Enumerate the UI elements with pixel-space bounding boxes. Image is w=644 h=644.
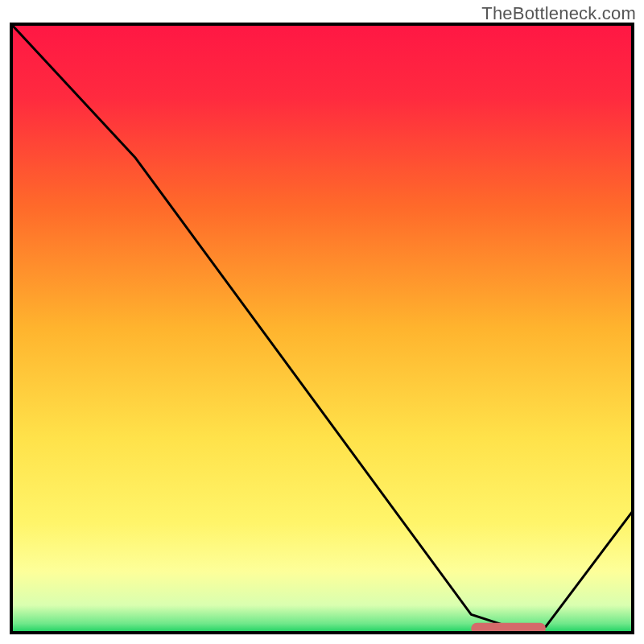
chart-plot <box>10 23 634 634</box>
chart-background <box>11 24 633 633</box>
watermark-text: TheBottleneck.com <box>481 3 636 24</box>
chart-container: TheBottleneck.com <box>0 0 644 644</box>
chart-svg <box>10 23 634 634</box>
